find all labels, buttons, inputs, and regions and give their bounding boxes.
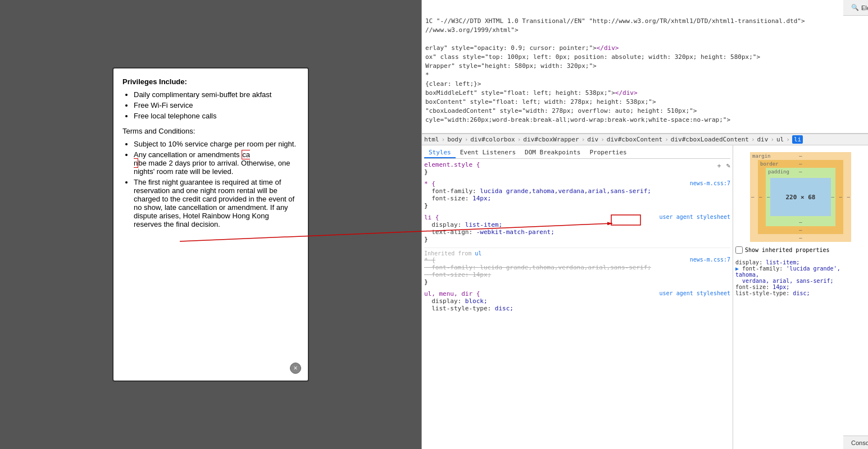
- list-item: Any cancellation or amendments canbe mad…: [134, 150, 299, 176]
- style-rule-close: }: [424, 202, 428, 209]
- tab-elements[interactable]: 🔍 Elements: [846, 0, 868, 15]
- dom-line: ox" class style="top: 100px; left: 0px; …: [424, 53, 866, 62]
- show-inherited-label: Show inherited properties: [745, 247, 830, 253]
- list-item: Free Wi-Fi service: [134, 101, 299, 109]
- dom-panel[interactable]: 1C "-//W3C//DTD XHTML 1.0 Transitional//…: [422, 16, 868, 134]
- style-source: user agent stylesheet: [660, 290, 730, 296]
- style-rule-star-inherited: * { news-m.css:7 font-family: lucida gra…: [424, 256, 730, 286]
- style-source[interactable]: news-m.css:7: [690, 256, 730, 263]
- close-button[interactable]: ×: [290, 363, 301, 374]
- dom-line: erlay" style="opacity: 0.9; cursor: poin…: [424, 44, 866, 53]
- content-layer: 220 × 68: [770, 178, 831, 216]
- computed-item: verdana, arial, sans-serif;: [735, 278, 866, 284]
- border-top-label: –: [799, 161, 802, 167]
- magnifier-icon: 🔍: [851, 4, 859, 11]
- content-size-label: 220 × 68: [786, 194, 816, 201]
- inherited-from-link[interactable]: ul: [475, 250, 481, 256]
- inherited-from-label: Inherited from ul: [424, 248, 730, 256]
- breadcrumb-li[interactable]: li: [792, 135, 803, 144]
- show-inherited-checkbox[interactable]: [735, 246, 743, 254]
- box-model-panel: – – – – margin border – – – –: [733, 145, 868, 449]
- devtools-main: 1C "-//W3C//DTD XHTML 1.0 Transitional//…: [422, 16, 868, 449]
- computed-item: font-size: 14px;: [735, 284, 866, 290]
- tab-styles[interactable]: Styles: [424, 148, 456, 158]
- dom-line: Wrapper" style="height: 580px; width: 32…: [424, 62, 866, 71]
- modal-content: Privileges Include: Daily complimentary …: [122, 77, 299, 228]
- style-selector: * {: [424, 180, 435, 187]
- style-selector: ul, menu, dir {: [424, 290, 480, 297]
- breadcrumb-cboxwrapper[interactable]: div#cboxWrapper: [523, 136, 579, 143]
- computed-item: list-style-type: disc;: [735, 290, 866, 296]
- style-rule-close: }: [424, 168, 428, 176]
- margin-right-label: –: [847, 194, 850, 200]
- computed-item: ▶ font-family: 'lucida grande', tahoma,: [735, 265, 866, 278]
- computed-item: display: list-item;: [735, 259, 866, 265]
- dom-line: cyle="width:260px;word-break:break-all;w…: [424, 116, 866, 125]
- breadcrumb-cboxcontent[interactable]: div#cboxContent: [607, 136, 662, 143]
- breadcrumb-div2[interactable]: div: [757, 136, 769, 143]
- padding-label: padding: [768, 169, 789, 175]
- privileges-title: Privileges Include:: [122, 77, 299, 86]
- border-left-label: –: [759, 194, 762, 200]
- privileges-list: Daily complimentary semi-buffet bre akfa…: [134, 90, 299, 120]
- breadcrumb-bar: html › body › div#colorbox › div#cboxWra…: [422, 134, 868, 145]
- breadcrumb-cboxloadedcontent[interactable]: div#cboxLoadedContent: [671, 136, 749, 143]
- tab-event-listeners[interactable]: Event Listeners: [456, 148, 520, 158]
- margin-left-label: –: [751, 194, 754, 200]
- style-selector: * {: [424, 256, 435, 264]
- devtools-tabs: 🔍 Elements Network Sources Timeline Prof…: [846, 0, 868, 15]
- dom-line: "cboxLoadedContent" style="width: 278px;…: [424, 107, 866, 116]
- add-style-icon[interactable]: ＋ ✎: [716, 161, 730, 171]
- margin-bottom-label: –: [799, 235, 802, 241]
- dom-line: [424, 35, 866, 44]
- dom-line: 1C "-//W3C//DTD XHTML 1.0 Transitional//…: [424, 17, 866, 26]
- dom-line: boxContent" style="float: left; width: 2…: [424, 98, 866, 107]
- breadcrumb-ul[interactable]: ul: [776, 136, 784, 143]
- styles-panel[interactable]: Styles Event Listeners DOM Breakpoints P…: [422, 145, 733, 449]
- show-inherited-row: Show inherited properties: [735, 246, 866, 254]
- terms-title: Terms and Conditions:: [122, 127, 299, 135]
- modal-window: Privileges Include: Daily complimentary …: [112, 67, 309, 382]
- margin-label: margin: [752, 153, 771, 159]
- padding-top-label: –: [799, 169, 802, 175]
- border-bottom-label: –: [799, 227, 802, 233]
- dom-line: [424, 125, 866, 134]
- margin-top-label: –: [799, 153, 802, 159]
- highlighted-text: can: [134, 150, 250, 168]
- dom-line: //www.w3.org/1999/xhtml">: [424, 26, 866, 35]
- list-item: The first night guarantee is required at…: [134, 178, 299, 228]
- devtools-panel: 🔍 Elements Network Sources Timeline Prof…: [421, 0, 868, 449]
- style-source[interactable]: news-m.css:7: [690, 180, 730, 186]
- devtools-tabbar: 🔍 Elements Network Sources Timeline Prof…: [843, 0, 868, 16]
- box-model-diagram: – – – – margin border – – – –: [750, 152, 851, 242]
- padding-right-label: –: [831, 194, 834, 200]
- style-rule-element: element.style { ＋ ✎ }: [424, 161, 730, 176]
- devtools-bottombar: Console Search Emulation Rendering: [843, 436, 868, 449]
- style-rule-star: * { news-m.css:7 font-family: lucida gra…: [424, 180, 730, 209]
- devtools-bottom: Styles Event Listeners DOM Breakpoints P…: [422, 145, 868, 449]
- style-selector: element.style {: [424, 161, 480, 168]
- border-label: border: [760, 161, 779, 167]
- style-rule-close: }: [424, 278, 428, 286]
- breadcrumb-div[interactable]: div: [587, 136, 598, 143]
- terms-list: Subject to 10% service charge per room p…: [134, 140, 299, 228]
- style-rule-li: li { user agent stylesheet display: list…: [424, 214, 730, 243]
- tab-properties[interactable]: Properties: [585, 148, 631, 158]
- style-rule-close: }: [424, 236, 428, 243]
- border-right-label: –: [839, 194, 842, 200]
- computed-styles: display: list-item; ▶ font-family: 'luci…: [735, 259, 866, 296]
- style-source: user agent stylesheet: [660, 214, 730, 220]
- padding-bottom-label: –: [799, 219, 802, 225]
- tab-console-bottom[interactable]: Console: [846, 436, 868, 449]
- breadcrumb-body[interactable]: body: [447, 136, 462, 143]
- styles-tabs: Styles Event Listeners DOM Breakpoints P…: [424, 148, 730, 159]
- list-item: Daily complimentary semi-buffet bre akfa…: [134, 90, 299, 99]
- breadcrumb-colorbox[interactable]: div#colorbox: [470, 136, 515, 143]
- style-selector: li {: [424, 214, 439, 221]
- breadcrumb-html[interactable]: html: [424, 136, 439, 143]
- dom-line: boxMiddleLeft" style="float: left; heigh…: [424, 89, 866, 98]
- tab-dom-breakpoints[interactable]: DOM Breakpoints: [520, 148, 585, 158]
- padding-left-label: –: [767, 194, 770, 200]
- browser-viewport: Privileges Include: Daily complimentary …: [0, 0, 421, 449]
- dom-line: {clear: left;}>: [424, 80, 866, 89]
